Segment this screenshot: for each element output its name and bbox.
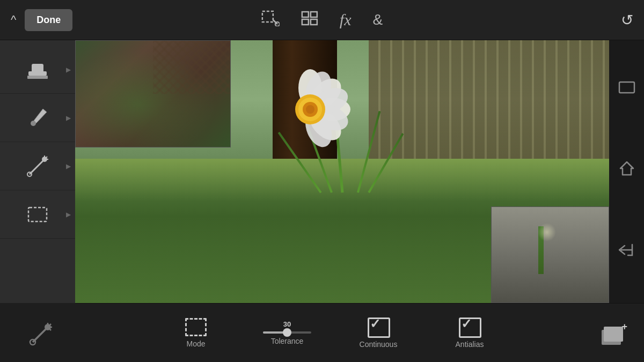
undo-button[interactable]: ↺ (621, 11, 633, 29)
svg-point-9 (31, 121, 36, 126)
selection-tool[interactable] (0, 190, 75, 239)
thumbnail-top-left (75, 40, 231, 147)
chevron-up-button[interactable]: ^ (11, 13, 16, 27)
svg-line-35 (50, 324, 51, 325)
home-icon[interactable] (618, 160, 635, 181)
svg-rect-4 (302, 19, 309, 25)
svg-rect-5 (311, 19, 317, 25)
screen-icon[interactable] (618, 81, 635, 100)
layout-icon[interactable] (301, 11, 318, 29)
canvas-area[interactable] (75, 40, 609, 303)
svg-line-14 (46, 157, 47, 158)
continuous-label: Continuous (360, 340, 398, 349)
fx-icon[interactable]: fx (340, 11, 352, 29)
svg-rect-7 (32, 64, 43, 72)
right-sidebar (609, 40, 644, 303)
main-area (0, 40, 644, 303)
thumbnail-bottom-right (491, 206, 609, 303)
svg-rect-8 (27, 76, 48, 79)
tolerance-container: 30 (263, 320, 311, 334)
left-sidebar (0, 40, 75, 303)
svg-marker-30 (620, 162, 633, 175)
continuous-icon (368, 317, 389, 337)
selection-edit-icon[interactable] (261, 10, 280, 30)
back-icon[interactable] (617, 241, 636, 262)
svg-line-10 (30, 159, 45, 174)
continuous-tool[interactable]: Continuous (333, 317, 424, 349)
top-toolbar: ^ Done fx & ↺ (0, 0, 644, 40)
layers-button[interactable]: + (590, 321, 639, 345)
antialias-tool[interactable]: Antialias (424, 317, 515, 349)
layer-top (604, 327, 623, 342)
mode-icon (185, 318, 207, 336)
layers-icon: + (602, 321, 627, 345)
garden-scene (75, 40, 609, 303)
tolerance-thumb (283, 328, 291, 337)
svg-rect-29 (619, 82, 634, 93)
stamp-tool[interactable] (0, 46, 75, 94)
tolerance-label: Tolerance (271, 337, 304, 345)
blend-icon[interactable]: & (372, 11, 383, 28)
toolbar-left: ^ Done (11, 9, 72, 31)
svg-rect-2 (302, 12, 309, 17)
tolerance-slider[interactable] (263, 331, 311, 334)
svg-point-28 (306, 105, 314, 114)
svg-rect-0 (262, 11, 273, 22)
bottom-tools-bar: Mode 30 Tolerance Continuous Antialias (75, 317, 590, 349)
mode-tool[interactable]: Mode (150, 318, 241, 348)
brush-tool[interactable] (0, 94, 75, 142)
toolbar-center: fx & (261, 10, 383, 30)
wand-adjust-tool[interactable] (0, 142, 75, 190)
tolerance-value: 30 (283, 320, 291, 328)
daffodil-flower (267, 67, 353, 154)
svg-line-36 (50, 329, 51, 330)
bottom-toolbar: Mode 30 Tolerance Continuous Antialias (0, 303, 644, 362)
svg-rect-3 (311, 12, 317, 17)
svg-rect-16 (28, 208, 47, 221)
antialias-label: Antialias (456, 340, 484, 349)
mode-label: Mode (186, 339, 205, 348)
antialias-icon (459, 317, 480, 337)
add-layer-plus: + (621, 321, 627, 333)
toolbar-right: ↺ (621, 11, 633, 29)
magic-wand-active[interactable] (0, 303, 75, 362)
done-button[interactable]: Done (25, 9, 72, 31)
tolerance-tool[interactable]: 30 Tolerance (241, 320, 333, 345)
